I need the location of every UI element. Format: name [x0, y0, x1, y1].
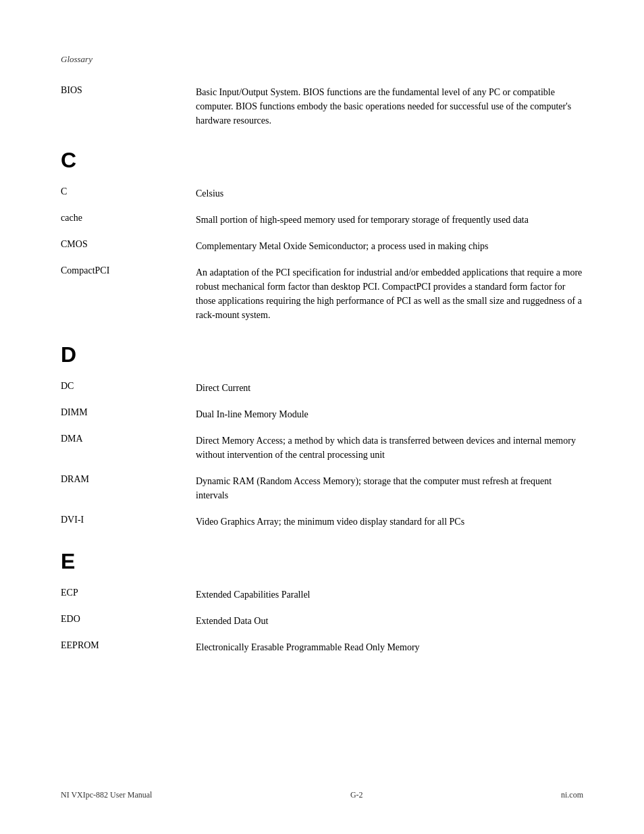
d-section: D DC Direct Current DIMM Dual In-line Me… [61, 342, 583, 529]
term-row: EEPROM Electronically Erasable Programma… [61, 640, 583, 654]
term-definition: An adaptation of the PCI specification f… [196, 265, 583, 322]
term-label: EDO [61, 614, 196, 625]
term-row: BIOS Basic Input/Output System. BIOS fun… [61, 85, 583, 128]
section-header-c: C [61, 148, 583, 173]
e-section: E ECP Extended Capabilities Parallel EDO… [61, 549, 583, 654]
term-definition: Basic Input/Output System. BIOS function… [196, 85, 583, 128]
term-label: DVI-I [61, 515, 196, 525]
section-header-d: D [61, 342, 583, 367]
term-label: CMOS [61, 239, 196, 250]
page: Glossary BIOS Basic Input/Output System.… [0, 0, 644, 834]
term-row: DVI-I Video Graphics Array; the minimum … [61, 515, 583, 529]
term-row: ECP Extended Capabilities Parallel [61, 588, 583, 602]
term-row: DC Direct Current [61, 381, 583, 395]
term-label: C [61, 186, 196, 197]
term-row: CMOS Complementary Metal Oxide Semicondu… [61, 239, 583, 253]
term-definition: Extended Capabilities Parallel [196, 588, 583, 602]
page-footer: NI VXIpc-882 User Manual G-2 ni.com [61, 790, 583, 800]
term-label: DC [61, 381, 196, 392]
term-row: DMA Direct Memory Access; a method by wh… [61, 434, 583, 462]
term-definition: Dual In-line Memory Module [196, 407, 583, 421]
c-section: C C Celsius cache Small portion of high-… [61, 148, 583, 322]
term-definition: Small portion of high-speed memory used … [196, 213, 583, 227]
term-definition: Complementary Metal Oxide Semiconductor;… [196, 239, 583, 253]
bios-section: BIOS Basic Input/Output System. BIOS fun… [61, 85, 583, 128]
term-row: DRAM Dynamic RAM (Random Access Memory);… [61, 474, 583, 502]
term-definition: Direct Memory Access; a method by which … [196, 434, 583, 462]
term-row: C Celsius [61, 186, 583, 201]
footer-center: G-2 [350, 790, 363, 800]
term-definition: Electronically Erasable Programmable Rea… [196, 640, 583, 654]
term-row: cache Small portion of high-speed memory… [61, 213, 583, 227]
term-label: ECP [61, 588, 196, 598]
term-label: DMA [61, 434, 196, 444]
term-row: DIMM Dual In-line Memory Module [61, 407, 583, 421]
footer-right: ni.com [561, 790, 583, 800]
term-definition: Extended Data Out [196, 614, 583, 628]
term-definition: Video Graphics Array; the minimum video … [196, 515, 583, 529]
page-header-label: Glossary [61, 54, 583, 65]
term-label: cache [61, 213, 196, 224]
term-definition: Dynamic RAM (Random Access Memory); stor… [196, 474, 583, 502]
term-label: DRAM [61, 474, 196, 485]
footer-left: NI VXIpc-882 User Manual [61, 790, 152, 800]
term-label: EEPROM [61, 640, 196, 651]
section-header-e: E [61, 549, 583, 574]
term-label: DIMM [61, 407, 196, 418]
term-label: CompactPCI [61, 265, 196, 276]
term-label: BIOS [61, 85, 196, 96]
term-definition: Direct Current [196, 381, 583, 395]
term-row: EDO Extended Data Out [61, 614, 583, 628]
term-row: CompactPCI An adaptation of the PCI spec… [61, 265, 583, 322]
term-definition: Celsius [196, 186, 583, 201]
